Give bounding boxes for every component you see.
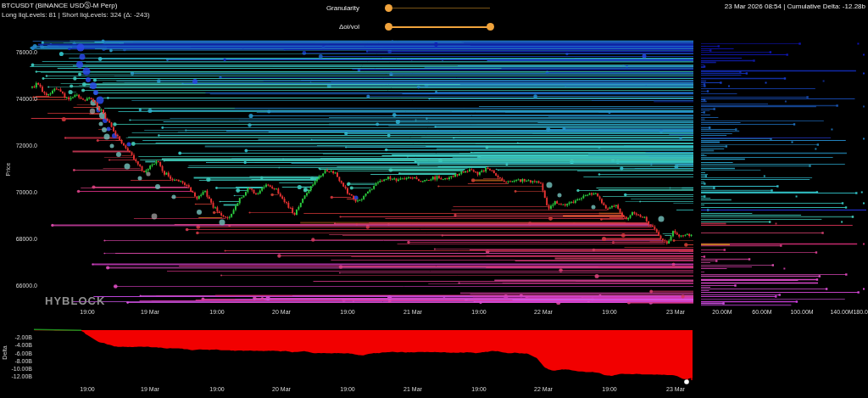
volume-tick-label: 100.00M: [783, 309, 821, 316]
delta-time-tick-label: 19:00: [66, 386, 108, 393]
oi-vol-handle-high[interactable]: [487, 23, 494, 31]
delta-tick-label: -6.00B: [0, 350, 32, 357]
granularity-label: Granularity: [287, 4, 359, 12]
liq-levels-summary: Long liqLevels: 81 | Short liqLevels: 32…: [2, 11, 150, 20]
delta-time-tick-label: 19:00: [196, 386, 238, 393]
hyblock-watermark: HYBLOCK: [45, 294, 105, 307]
delta-time-tick-label: 21 Mar: [392, 386, 434, 393]
time-tick-label: 23 Mar: [654, 309, 697, 316]
delta-time-tick-label: 19:00: [458, 386, 500, 393]
delta-tick-label: -2.00B: [0, 334, 32, 341]
time-tick-label: 20 Mar: [260, 309, 303, 316]
delta-time-tick-label: 19:00: [326, 386, 369, 393]
price-tick-label: 72000.0: [0, 143, 37, 149]
time-tick-label: 19:00: [196, 309, 238, 316]
delta-tick-label: -8.00B: [0, 358, 32, 365]
price-tick-label: 70000.0: [0, 189, 37, 196]
price-tick-label: 66000.0: [0, 283, 37, 289]
price-tick-label: 74000.0: [0, 96, 37, 103]
granularity-slider-handle[interactable]: [385, 4, 392, 12]
time-tick-label: 22 Mar: [522, 309, 565, 316]
delta-time-tick-label: 19:00: [588, 386, 631, 393]
oi-vol-label: Δoi/vol: [287, 23, 359, 31]
volume-tick-label: 180.00M: [846, 309, 868, 316]
symbol-title: BTCUSDT (BINANCE USDⓈ-M Perp): [2, 2, 117, 10]
oi-vol-handle-low[interactable]: [385, 23, 392, 31]
trading-app: BTCUSDT (BINANCE USDⓈ-M Perp) Long liqLe…: [0, 0, 868, 398]
time-tick-label: 19 Mar: [129, 309, 171, 316]
price-tick-label: 68000.0: [0, 236, 37, 243]
oi-vol-slider-track[interactable]: [388, 26, 490, 28]
delta-tick-label: -4.00B: [0, 342, 32, 349]
time-tick-label: 19:00: [326, 309, 369, 316]
time-tick-label: 19:00: [458, 309, 500, 316]
chart-canvas[interactable]: [0, 0, 868, 398]
time-tick-label: 19:00: [588, 309, 631, 316]
granularity-slider[interactable]: [388, 4, 490, 12]
volume-tick-label: 20.00M: [704, 309, 741, 316]
delta-time-tick-label: 20 Mar: [260, 386, 303, 393]
volume-tick-label: 60.00M: [743, 309, 781, 316]
delta-time-tick-label: 22 Mar: [522, 386, 565, 393]
timestamp-cumulative-delta: 23 Mar 2026 08:54 | Cumulative Delta: -1…: [725, 3, 865, 10]
delta-tick-label: -10.00B: [0, 366, 32, 373]
delta-time-tick-label: 19 Mar: [129, 386, 171, 393]
oi-vol-range-slider[interactable]: [388, 23, 490, 31]
time-tick-label: 19:00: [66, 309, 108, 316]
delta-tick-label: -12.00B: [0, 373, 32, 380]
granularity-slider-track[interactable]: [388, 8, 490, 8]
delta-time-tick-label: 23 Mar: [654, 386, 697, 393]
price-axis-title: Price: [5, 163, 11, 177]
time-tick-label: 21 Mar: [392, 309, 434, 316]
price-tick-label: 76000.0: [0, 49, 37, 56]
